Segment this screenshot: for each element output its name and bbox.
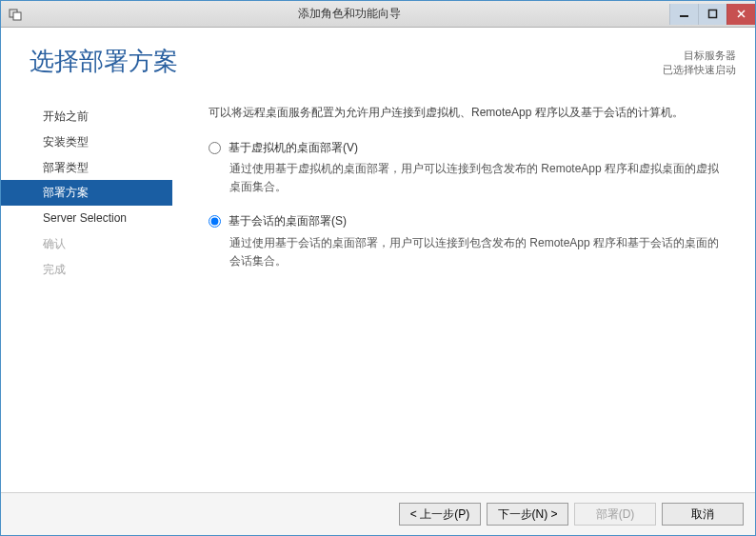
step-deploy-type[interactable]: 部署类型 [1,155,172,181]
radio-vm-based[interactable] [209,142,221,154]
footer: < 上一步(P) 下一步(N) > 部署(D) 取消 [1,492,755,535]
option-vm-desc: 通过使用基于虚拟机的桌面部署，用户可以连接到包含发布的 RemoteApp 程序… [229,160,726,195]
option-session-based[interactable]: 基于会话的桌面部署(S) [209,212,726,230]
next-button[interactable]: 下一步(N) > [487,503,568,526]
option-session-label: 基于会话的桌面部署(S) [229,212,347,230]
step-completion: 完成 [1,257,172,283]
option-session-desc: 通过使用基于会话的桌面部署，用户可以连接到包含发布的 RemoteApp 程序和… [229,234,726,269]
close-button[interactable] [726,4,755,25]
step-deploy-scenario[interactable]: 部署方案 [1,180,172,206]
step-server-selection[interactable]: Server Selection [1,206,172,231]
app-icon [7,6,24,23]
server-info: 目标服务器 已选择快速启动 [663,49,736,78]
server-label: 目标服务器 [663,49,736,63]
intro-text: 可以将远程桌面服务配置为允许用户连接到虚拟机、RemoteApp 程序以及基于会… [209,104,726,122]
header: 选择部署方案 目标服务器 已选择快速启动 [1,28,755,98]
minimize-button[interactable] [669,4,698,25]
step-confirmation: 确认 [1,231,172,257]
cancel-button[interactable]: 取消 [662,503,744,526]
prev-button[interactable]: < 上一步(P) [399,503,481,526]
page-title: 选择部署方案 [30,45,663,78]
wizard-window: 添加角色和功能向导 选择部署方案 目标服务器 已选择快速启动 开始之前 [0,0,756,536]
step-before-you-begin[interactable]: 开始之前 [1,104,172,129]
body: 开始之前 安装类型 部署类型 部署方案 Server Selection 确认 … [1,98,755,492]
server-status: 已选择快速启动 [663,63,736,77]
option-vm-based[interactable]: 基于虚拟机的桌面部署(V) [209,139,726,157]
radio-session-based[interactable] [209,215,221,228]
window-title: 添加角色和功能向导 [30,6,669,22]
step-install-type[interactable]: 安装类型 [1,129,172,155]
content: 可以将远程桌面服务配置为允许用户连接到虚拟机、RemoteApp 程序以及基于会… [172,98,755,492]
svg-rect-3 [709,10,717,18]
sidebar: 开始之前 安装类型 部署类型 部署方案 Server Selection 确认 … [1,98,172,492]
svg-rect-1 [13,12,21,20]
maximize-button[interactable] [698,4,726,25]
titlebar: 添加角色和功能向导 [1,1,755,28]
option-vm-label: 基于虚拟机的桌面部署(V) [229,139,358,157]
window-controls [669,4,755,25]
deploy-button: 部署(D) [574,503,656,526]
